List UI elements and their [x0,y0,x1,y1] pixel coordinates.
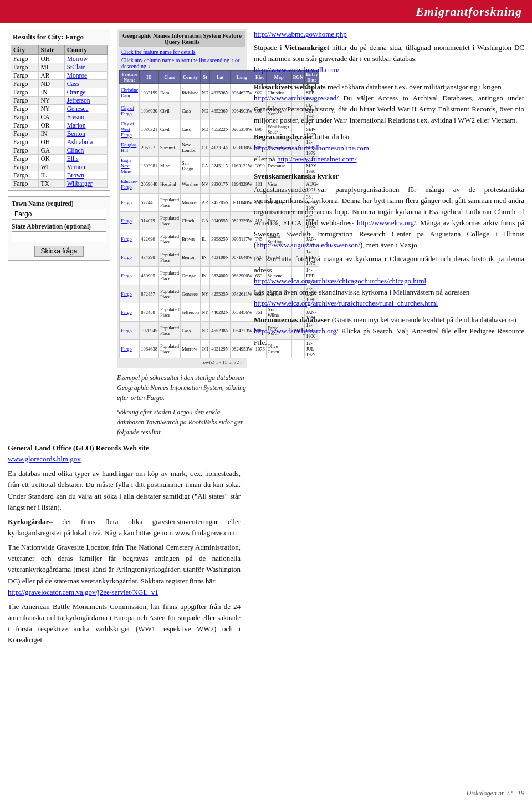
table-row: FargoMIStClair [11,63,108,72]
riksarkivet-para: Riksarkivets webbplats med sökbara datab… [254,82,524,126]
mormon-heading-text: Mormonernas databaser [254,316,330,324]
chicago-url[interactable]: http://www.elca.org/archives/chicagochur… [254,277,426,285]
abmc-section: http://www.abmc.gov/home.php Stupade i V… [254,29,524,76]
funeralnet-url[interactable]: http://www.funeralnet.com/ [277,155,357,163]
gnis-box: Geographic Names Information System Feat… [117,29,247,368]
gnis-col-county: County [180,71,200,84]
col-city: City [11,45,39,55]
middle-column: Geographic Names Information System Feat… [117,29,247,437]
col-state: State [38,45,64,55]
american-battle-para: The American Battle Monuments Commission… [8,601,241,646]
state-abbr-input[interactable] [12,231,106,242]
svenska-kyrkor-para: Augustanasynoden var paraplyorganisation… [254,184,524,251]
svenska-kyrkor-heading-text: Svenskamerikanska kyrkor [254,172,339,180]
chicago-text: Du kan hitta foton på många av kyrkorna … [254,255,524,274]
gnis-col-long: Long [230,71,254,84]
elca-url[interactable]: http://www.elca.org/ [357,219,416,227]
page-footer: Diskulogen nr 72 | 19 [466,789,524,798]
vietnam-text: Stupade i Vietnamkriget hittar du på den… [254,42,524,75]
mormon-text1: (Gratis men mycket varierande kvalitet p… [330,316,516,324]
table-row: FargoNYJefferson [11,97,108,105]
viewthewall-url[interactable]: http://www.viewthewall.com/ [254,65,339,74]
table-row: FargoINBenton [11,130,108,138]
table-row: FargoNDCass [11,80,108,88]
svenska-kyrkor-text3: ), men även i Växjö. [360,241,419,249]
riksarkivet-section: Riksarkivets webbplats med sökbara datab… [254,82,524,126]
mormon-section: Mormonernas databaser (Gratis men mycket… [254,314,524,348]
augustana-url[interactable]: http://www.augustana.edu/swenson/ [256,241,360,249]
vietnam-before: Stupade i [254,43,285,52]
abmc-url-text[interactable]: http://www.abmc.gov/home.php [254,30,347,38]
kyrkogårdar-para: Kyrkogårdar– det finns flera olika gravs… [8,516,241,539]
glo-text-para: En databas med olika typer av handlingar… [8,468,241,513]
table-row: FargoOHAshtabula [11,138,108,146]
begravning-heading: Begravningsbyråer [254,133,313,141]
begravning-para: Begravningsbyråer hittar du här: http://… [254,131,524,165]
gnis-subheader2: Click any column name to sort the list a… [119,56,245,70]
col-county: County [64,45,107,55]
right-column: http://www.abmc.gov/home.php Stupade i V… [254,29,524,437]
results-box: Results for City: Fargo City State Count… [8,29,110,191]
footer-label: Diskulogen nr 72 | 19 [466,789,524,797]
gnis-col-id: ID [140,71,159,84]
table-row: FargoINOrange [11,88,108,97]
nationwide-para: The Nationwide Gravesite Locator, från T… [8,542,241,598]
begravning-section: Begravningsbyråer hittar du här: http://… [254,131,524,165]
vietnam-bold: Vietnamkriget [285,43,329,52]
nationwide-text: The Nationwide Gravesite Locator, från T… [8,543,241,585]
svenska-kyrkor-heading-p: Svenskamerikanska kyrkor [254,171,524,182]
gnis-col-state: St [200,71,209,84]
table-row: FargoORMarion [11,121,108,130]
begravning-text2: eller på [254,155,277,163]
townsearch-caption: Sökning efter staden Fargo i den enkla d… [117,407,247,437]
ruralchurches-url[interactable]: http://www.elca.org/archives/ruralchurch… [254,299,438,307]
table-row: FargoARMonroe [11,72,108,80]
table-row: FargoOKEllis [11,155,108,163]
gnis-col-name: Feature Name [120,71,140,84]
table-row: FargoILBrown [11,171,108,180]
bottom-left: General Land Office (GLO) Records Web si… [8,443,241,649]
gnis-caption: Exempel på sökresultat i den statliga da… [117,373,247,403]
riksarkivet-text1: med sökbara databaser t.ex. över militär… [326,83,502,91]
archives-url[interactable]: http://www.archives.gov/aad/ [254,94,339,102]
glo-title-text: General Land Office (GLO) Records Web si… [8,444,149,452]
gnis-col-class: Class [158,71,180,84]
table-row: FargoOHMorrow [11,55,108,63]
table-row: FargoWIVernon [11,163,108,171]
submit-button[interactable]: Skicka fråga [34,246,83,257]
gnis-subheader1: Click the feature name for details [119,48,245,56]
header-title: Emigrantforskning [416,4,522,18]
gnis-footer: row(s) 1 - 15 of 32 » [119,358,245,366]
town-name-label: Town Name (required) [12,200,106,207]
town-name-input[interactable] [12,209,106,220]
nationwide-url-text[interactable]: http://gravelocator.cem.va.gov/j2ee/serv… [8,588,158,596]
svenska-kyrkor-section: Svenskamerikanska kyrkor Augustanasynode… [254,171,524,309]
results-title: Results for City: Fargo [11,32,108,43]
page-header: Emigrantforskning [0,0,532,23]
abmc-url: http://www.abmc.gov/home.php [254,29,524,40]
left-column: Results for City: Fargo City State Count… [8,29,110,437]
table-row: FargoTXWilbarger [11,180,108,188]
table-row: FargoCAFresno [11,113,108,121]
table-row: FargoGAClinch [11,146,108,155]
riksarkivet-heading: Riksarkivets webbplats [254,83,326,91]
glo-url-text[interactable]: www.glorecords.blm.gov [8,455,81,463]
kyrkogårdar-heading-text: Kyrkogårdar [8,517,49,526]
gnis-col-lat: Lat [210,71,231,84]
chicago-para: Du kan hitta foton på många av kyrkorna … [254,253,524,309]
usafuneral-url[interactable]: http://www.usafuneralhomesonline.com [254,144,369,152]
search-form: Town Name (required) State Abbreviation … [8,196,110,261]
city-results-table: City State County FargoOHMorrowFargoMISt… [11,45,108,188]
gnis-title: Geographic Names Information System Feat… [119,31,245,47]
begravning-text: hittar du här: [313,133,352,141]
glo-para: General Land Office (GLO) Records Web si… [8,443,241,465]
table-row: FargoNYGenesee [11,105,108,113]
familysearch-url[interactable]: http://www.familysearch.org/ [254,327,339,335]
chicago-text2: Läs gärna även om de skandinaviska kyrko… [254,288,469,296]
mormon-para: Mormonernas databaser (Gratis men mycket… [254,314,524,348]
state-abbr-label: State Abbreviation (optional) [12,223,106,230]
